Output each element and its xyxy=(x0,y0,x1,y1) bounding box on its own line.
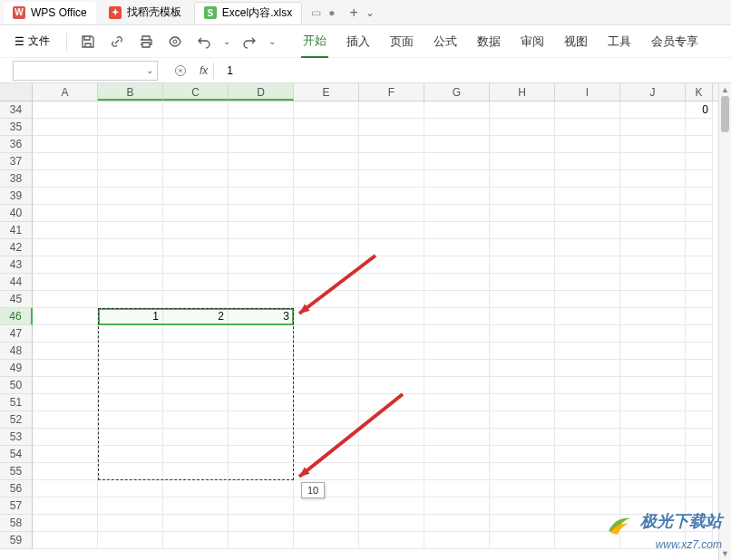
cell-F57[interactable] xyxy=(359,497,424,515)
cell-F44[interactable] xyxy=(359,274,424,291)
cell-G55[interactable] xyxy=(424,463,490,480)
cell-H50[interactable] xyxy=(490,377,555,394)
cell-I37[interactable] xyxy=(555,153,620,170)
cell-A50[interactable] xyxy=(33,377,98,394)
tab-rect-icon[interactable]: ▭ xyxy=(311,6,321,19)
cell-A56[interactable] xyxy=(33,480,98,497)
cell-D52[interactable] xyxy=(229,411,294,429)
col-header-K[interactable]: K xyxy=(686,83,713,101)
tab-data[interactable]: 数据 xyxy=(475,26,502,57)
col-header-H[interactable]: H xyxy=(490,83,555,101)
cell-B46[interactable]: 1 xyxy=(98,308,163,325)
chevron-down-icon[interactable]: ⌄ xyxy=(146,65,153,75)
cell-J53[interactable] xyxy=(620,429,686,446)
redo-dropdown-icon[interactable]: ⌄ xyxy=(267,30,278,53)
cell-K50[interactable] xyxy=(686,377,713,394)
cell-H46[interactable] xyxy=(490,308,555,325)
cell-E36[interactable] xyxy=(294,136,359,153)
add-tab-button[interactable]: + xyxy=(349,5,357,21)
cell-A47[interactable] xyxy=(33,325,98,343)
cell-F35[interactable] xyxy=(359,119,424,136)
cell-B44[interactable] xyxy=(98,274,163,291)
cell-D37[interactable] xyxy=(229,153,294,170)
cell-A38[interactable] xyxy=(33,170,98,188)
cell-D47[interactable] xyxy=(229,325,294,343)
cell-B48[interactable] xyxy=(98,343,163,360)
cell-B40[interactable] xyxy=(98,205,163,222)
cell-C42[interactable] xyxy=(163,239,229,256)
cell-E37[interactable] xyxy=(294,153,359,170)
cell-B45[interactable] xyxy=(98,291,163,308)
cell-C59[interactable] xyxy=(163,532,229,549)
tab-dot-icon[interactable]: ● xyxy=(328,6,335,19)
row-header-39[interactable]: 39 xyxy=(0,188,33,205)
spreadsheet[interactable]: ABCDEFGHIJK34035363738394041424344454612… xyxy=(0,83,731,549)
cell-C44[interactable] xyxy=(163,274,229,291)
cell-A52[interactable] xyxy=(33,411,98,429)
cell-K37[interactable] xyxy=(686,153,713,170)
cell-H59[interactable] xyxy=(490,532,555,549)
cell-G51[interactable] xyxy=(424,394,490,411)
select-all-corner[interactable] xyxy=(0,83,33,101)
cell-G38[interactable] xyxy=(424,170,490,188)
cell-B55[interactable] xyxy=(98,463,163,480)
row-header-40[interactable]: 40 xyxy=(0,205,33,222)
cell-C50[interactable] xyxy=(163,377,229,394)
cell-E45[interactable] xyxy=(294,291,359,308)
cell-J48[interactable] xyxy=(620,343,686,360)
row-header-36[interactable]: 36 xyxy=(0,136,33,153)
cell-A41[interactable] xyxy=(33,222,98,239)
cell-C49[interactable] xyxy=(163,360,229,377)
cell-H43[interactable] xyxy=(490,256,555,274)
tab-menu-dropdown[interactable]: ⌄ xyxy=(366,6,375,19)
file-menu-button[interactable]: ☰ 文件 xyxy=(7,30,57,53)
cell-K56[interactable] xyxy=(686,480,713,497)
cell-A48[interactable] xyxy=(33,343,98,360)
row-header-48[interactable]: 48 xyxy=(0,343,33,360)
row-header-38[interactable]: 38 xyxy=(0,170,33,188)
redo-icon[interactable] xyxy=(238,30,261,53)
cell-E41[interactable] xyxy=(294,222,359,239)
cell-B37[interactable] xyxy=(98,153,163,170)
cell-A39[interactable] xyxy=(33,188,98,205)
cell-B56[interactable] xyxy=(98,480,163,497)
cell-F38[interactable] xyxy=(359,170,424,188)
cell-E34[interactable] xyxy=(294,101,359,119)
col-header-E[interactable]: E xyxy=(294,83,359,101)
cell-C58[interactable] xyxy=(163,515,229,532)
cell-H45[interactable] xyxy=(490,291,555,308)
row-header-57[interactable]: 57 xyxy=(0,497,33,515)
cell-C52[interactable] xyxy=(163,411,229,429)
cell-J54[interactable] xyxy=(620,446,686,463)
cell-K54[interactable] xyxy=(686,446,713,463)
cell-D41[interactable] xyxy=(229,222,294,239)
cell-F50[interactable] xyxy=(359,377,424,394)
cell-J44[interactable] xyxy=(620,274,686,291)
cell-C48[interactable] xyxy=(163,343,229,360)
preview-icon[interactable] xyxy=(163,30,187,53)
cell-I41[interactable] xyxy=(555,222,620,239)
cell-J42[interactable] xyxy=(620,239,686,256)
tab-tools[interactable]: 工具 xyxy=(606,26,633,57)
cell-D43[interactable] xyxy=(229,256,294,274)
cell-J47[interactable] xyxy=(620,325,686,343)
cell-K51[interactable] xyxy=(686,394,713,411)
cell-G41[interactable] xyxy=(424,222,490,239)
cell-G35[interactable] xyxy=(424,119,490,136)
cell-C41[interactable] xyxy=(163,222,229,239)
cell-H51[interactable] xyxy=(490,394,555,411)
cell-I49[interactable] xyxy=(555,360,620,377)
row-header-59[interactable]: 59 xyxy=(0,532,33,549)
col-header-I[interactable]: I xyxy=(555,83,620,101)
cell-D42[interactable] xyxy=(229,239,294,256)
cell-A43[interactable] xyxy=(33,256,98,274)
col-header-C[interactable]: C xyxy=(163,83,229,101)
cell-C45[interactable] xyxy=(163,291,229,308)
cell-C34[interactable] xyxy=(163,101,229,119)
cell-I51[interactable] xyxy=(555,394,620,411)
cell-H55[interactable] xyxy=(490,463,555,480)
cell-E44[interactable] xyxy=(294,274,359,291)
cell-K34[interactable]: 0 xyxy=(686,101,713,119)
cell-G44[interactable] xyxy=(424,274,490,291)
cell-C38[interactable] xyxy=(163,170,229,188)
